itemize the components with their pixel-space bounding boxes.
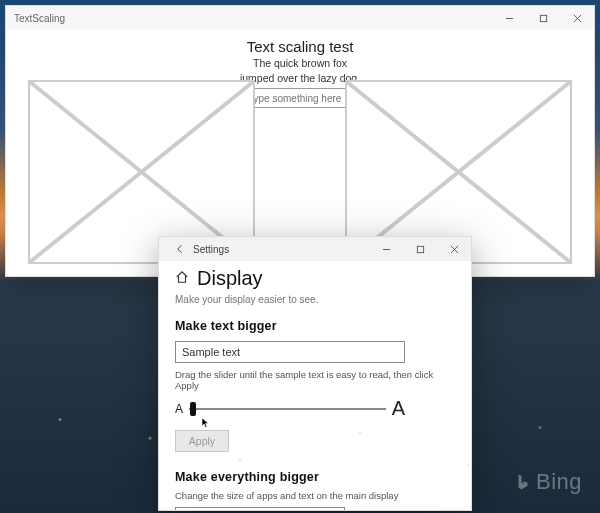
page-heading: Text scaling test <box>247 38 354 55</box>
svg-rect-9 <box>417 246 423 252</box>
settings-window: Settings Display Make your display easie… <box>158 236 472 511</box>
back-button[interactable] <box>167 237 193 261</box>
breadcrumb: Display <box>175 267 455 290</box>
section-description: Change the size of apps and text on the … <box>175 490 455 501</box>
slider-min-label: A <box>175 402 183 416</box>
desktop-wallpaper: TextScaling Text scaling test The quick … <box>0 0 600 513</box>
cursor-icon <box>201 415 213 427</box>
maximize-button[interactable] <box>403 237 437 261</box>
slider-thumb[interactable] <box>190 402 196 416</box>
window-title: Settings <box>193 244 229 255</box>
minimize-button[interactable] <box>369 237 403 261</box>
sample-text-line1: The quick brown fox <box>253 57 347 70</box>
apply-button[interactable]: Apply <box>175 430 229 452</box>
svg-line-11 <box>450 245 457 252</box>
maximize-button[interactable] <box>526 6 560 30</box>
section-heading-everything: Make everything bigger <box>175 470 455 484</box>
window-title: TextScaling <box>14 13 65 24</box>
scale-combobox[interactable]: 200% (Recommended) <box>175 507 345 510</box>
sample-text-field[interactable] <box>175 341 405 363</box>
textscaling-titlebar[interactable]: TextScaling <box>6 6 594 30</box>
text-size-slider[interactable] <box>189 401 386 417</box>
svg-rect-1 <box>540 15 546 21</box>
minimize-button[interactable] <box>492 6 526 30</box>
close-button[interactable] <box>560 6 594 30</box>
slider-hint: Drag the slider until the sample text is… <box>175 369 455 391</box>
page-subtitle: Make your display easier to see. <box>175 294 455 305</box>
page-title: Display <box>197 267 263 290</box>
svg-line-10 <box>450 245 457 252</box>
settings-titlebar[interactable]: Settings <box>159 237 471 261</box>
section-heading-text: Make text bigger <box>175 319 455 333</box>
slider-max-label: A <box>392 397 405 420</box>
home-icon[interactable] <box>175 270 189 288</box>
close-button[interactable] <box>437 237 471 261</box>
bing-watermark: Bing <box>514 469 582 495</box>
